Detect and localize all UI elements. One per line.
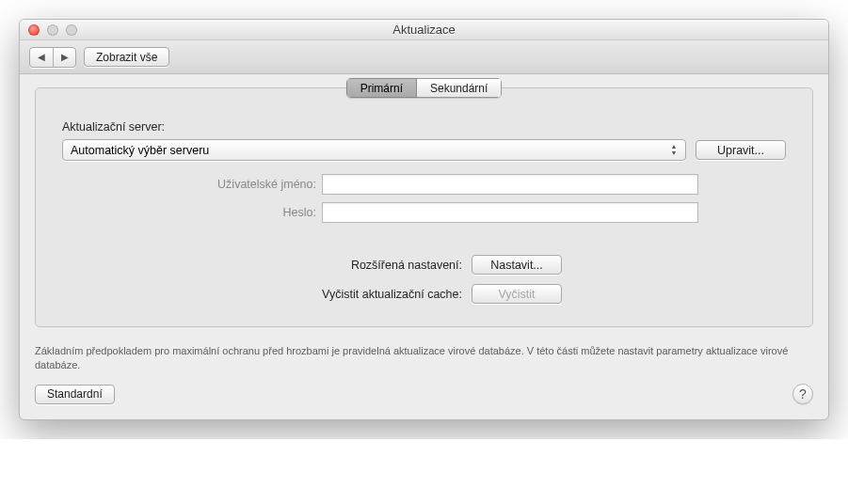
server-select[interactable]: Automatický výběr serveru ▲▼	[62, 139, 686, 161]
nav-segment: ◀ ▶	[29, 47, 76, 68]
help-text: Základním předpokladem pro maximální och…	[35, 344, 813, 372]
footer: Standardní ?	[35, 384, 813, 404]
minimize-icon[interactable]	[47, 24, 58, 36]
traffic-lights	[20, 24, 77, 36]
chevron-right-icon: ▶	[61, 52, 69, 62]
tab-pane: Primární Sekundární Aktualizační server:…	[35, 87, 813, 327]
question-icon: ?	[799, 386, 807, 402]
advanced-rows: Rozšířená nastavení: Nastavit... Vyčisti…	[62, 255, 786, 304]
toolbar: ◀ ▶ Zobrazit vše	[20, 40, 828, 74]
preferences-window: Aktualizace ◀ ▶ Zobrazit vše Primární Se…	[19, 19, 829, 420]
tab-secondary[interactable]: Sekundární	[417, 78, 502, 98]
password-label: Heslo:	[62, 206, 316, 219]
server-select-value: Automatický výběr serveru	[71, 144, 209, 157]
server-label: Aktualizační server:	[62, 120, 786, 134]
clear-cache-button[interactable]: Vyčistit	[472, 284, 562, 304]
username-field[interactable]	[322, 174, 698, 195]
password-field[interactable]	[322, 202, 698, 223]
credentials-grid: Uživatelské jméno: Heslo:	[62, 174, 786, 223]
server-row: Automatický výběr serveru ▲▼ Upravit...	[62, 139, 786, 161]
window-title: Aktualizace	[20, 23, 828, 37]
tab-bar: Primární Sekundární	[36, 78, 812, 98]
chevron-left-icon: ◀	[38, 52, 45, 62]
tab-group: Primární Sekundární	[346, 78, 503, 98]
help-button[interactable]: ?	[792, 384, 813, 404]
forward-button[interactable]: ▶	[53, 48, 75, 67]
back-button[interactable]: ◀	[30, 48, 53, 67]
content: Primární Sekundární Aktualizační server:…	[20, 74, 828, 419]
advanced-settings-label: Rozšířená nastavení:	[62, 259, 462, 272]
updown-icon: ▲▼	[666, 140, 681, 160]
tab-primary[interactable]: Primární	[346, 78, 417, 98]
username-label: Uživatelské jméno:	[62, 178, 316, 191]
clear-cache-label: Vyčistit aktualizační cache:	[62, 288, 462, 301]
zoom-icon[interactable]	[66, 24, 77, 36]
edit-server-button[interactable]: Upravit...	[696, 140, 786, 160]
titlebar: Aktualizace	[20, 20, 828, 40]
advanced-settings-button[interactable]: Nastavit...	[472, 255, 562, 275]
close-icon[interactable]	[28, 24, 40, 36]
show-all-button[interactable]: Zobrazit vše	[84, 47, 169, 67]
defaults-button[interactable]: Standardní	[35, 385, 115, 404]
